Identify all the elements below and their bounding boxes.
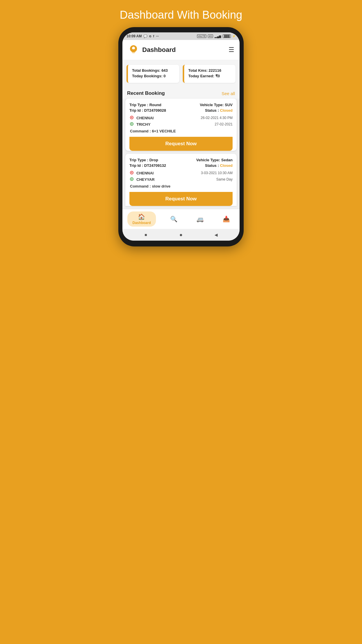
location-from-2: CHENNAI 3-03-2021 10:30 AM (129, 171, 233, 175)
status-1: Status : Closed (205, 108, 233, 113)
trip-type-2: Trip Type : Drop (129, 158, 158, 162)
section-header: Recent Booking See all (122, 88, 240, 99)
bottom-nav: 🏠 Dashboard 🔍 🚐 📥 (122, 209, 240, 229)
nav-dashboard[interactable]: 🏠 Dashboard (127, 211, 156, 227)
status-2: Status : Closed (205, 163, 233, 168)
app-logo (128, 44, 139, 56)
battery-icon: ▓▓▓ (223, 34, 231, 38)
to-city-1: TRICHY (136, 122, 212, 127)
total-kms-label: Total Kms: 222116 (188, 68, 231, 73)
booking-locations-1: CHENNAI 26-02-2021 4:30 PM TRICHY 27-02-… (129, 116, 233, 127)
from-city-2: CHENNAI (136, 171, 198, 175)
trip-id-1: Trip Id : DT24709028 (129, 108, 166, 113)
phone-screen: 10:09 AM 💬 ⎋ f ··· VoLTE 4G ▂▄▆ ▓▓▓ ⚡ (122, 32, 240, 241)
booking-card-1-id-row: Trip Id : DT24709028 Status : Closed (129, 108, 233, 113)
van-icon: 🚐 (196, 216, 204, 223)
pin-green-icon-2 (129, 177, 134, 182)
from-city-1: CHENNAI (136, 116, 198, 120)
location-from-1: CHENNAI 26-02-2021 4:30 PM (129, 116, 233, 120)
svg-point-5 (131, 117, 132, 118)
android-square-btn[interactable]: ■ (143, 232, 149, 238)
logo-container: Dashboard (128, 44, 176, 56)
to-city-2: CHEYYAR (136, 177, 214, 182)
phone-mockup: 10:09 AM 💬 ⎋ f ··· VoLTE 4G ▂▄▆ ▓▓▓ ⚡ (118, 27, 244, 246)
command-1: Command : 6+1 VECHILE (129, 129, 233, 133)
to-date-2: Same Day (216, 177, 233, 181)
signal-icon: ▂▄▆ (215, 35, 221, 38)
command-2: Command : slow drive (129, 184, 233, 188)
from-date-1: 26-02-2021 4:30 PM (201, 116, 233, 120)
menu-button[interactable]: ☰ (229, 46, 234, 54)
booking-card-1-top: Trip Type : Round Vehicle Type: SUV (129, 103, 233, 107)
booking-card-2-id-row: Trip Id : DT24709132 Status : Closed (129, 163, 233, 168)
vehicle-type-1: Vehicle Type: SUV (200, 103, 233, 107)
vehicle-type-2: Vehicle Type: Sedan (196, 158, 233, 162)
booking-card-2-top: Trip Type : Drop Vehicle Type: Sedan (129, 158, 233, 162)
today-earned-label: Today Earned: ₹0 (188, 74, 231, 78)
android-nav-bar: ■ ● ◀ (122, 229, 240, 241)
stat-card-bookings: Total Bookings: 643 Today Bookings: 0 (126, 65, 179, 83)
svg-point-7 (131, 123, 132, 125)
booking-card-2: Trip Type : Drop Vehicle Type: Sedan Tri… (125, 154, 237, 206)
total-bookings-label: Total Bookings: 643 (132, 68, 175, 73)
fb-icon: f (153, 34, 154, 38)
usb-icon: ⎋ (149, 34, 151, 38)
volte-icon: VoLTE (197, 34, 206, 38)
svg-point-1 (132, 47, 135, 50)
nav-van[interactable]: 🚐 (192, 214, 208, 224)
section-title: Recent Booking (127, 90, 165, 96)
svg-point-11 (131, 178, 132, 180)
svg-point-9 (131, 172, 132, 173)
from-date-2: 3-03-2021 10:30 AM (201, 171, 233, 175)
trip-id-2: Trip Id : DT24709132 (129, 163, 166, 168)
see-all-link[interactable]: See all (222, 91, 235, 96)
today-bookings-label: Today Bookings: 0 (132, 74, 175, 78)
booking-locations-2: CHENNAI 3-03-2021 10:30 AM CHEYYAR Same … (129, 171, 233, 182)
app-header: Dashboard ☰ (122, 40, 240, 60)
request-btn-2[interactable]: Request Now (129, 192, 233, 206)
to-date-1: 27-02-2021 (215, 122, 233, 126)
pin-red-icon-2 (129, 171, 134, 175)
header-title: Dashboard (142, 46, 176, 54)
nav-inbox[interactable]: 📥 (218, 214, 235, 224)
pin-red-icon-1 (129, 116, 134, 120)
location-to-2: CHEYYAR Same Day (129, 177, 233, 182)
trip-type-1: Trip Type : Round (129, 103, 161, 107)
nav-dashboard-label: Dashboard (133, 221, 151, 225)
status-time: 10:09 AM (126, 34, 142, 38)
charging-icon: ⚡ (232, 35, 236, 38)
status-bar: 10:09 AM 💬 ⎋ f ··· VoLTE 4G ▂▄▆ ▓▓▓ ⚡ (122, 32, 240, 40)
request-btn-1[interactable]: Request Now (129, 137, 233, 151)
inbox-icon: 📥 (223, 216, 230, 223)
svg-point-3 (132, 52, 135, 53)
android-circle-btn[interactable]: ● (178, 232, 184, 238)
stats-row: Total Bookings: 643 Today Bookings: 0 To… (122, 60, 240, 88)
more-icon: ··· (156, 34, 159, 38)
pin-green-icon-1 (129, 122, 134, 127)
booking-card-1: Trip Type : Round Vehicle Type: SUV Trip… (125, 99, 237, 151)
home-icon: 🏠 (138, 213, 145, 220)
search-icon: 🔍 (170, 216, 178, 223)
location-to-1: TRICHY 27-02-2021 (129, 122, 233, 127)
nav-search[interactable]: 🔍 (166, 214, 182, 224)
page-title: Dashboard With Booking (114, 0, 248, 27)
stat-card-kms: Total Kms: 222116 Today Earned: ₹0 (183, 65, 236, 83)
android-back-btn[interactable]: ◀ (213, 232, 219, 238)
msg-icon: 💬 (143, 34, 147, 38)
4g-icon: 4G (208, 34, 213, 38)
